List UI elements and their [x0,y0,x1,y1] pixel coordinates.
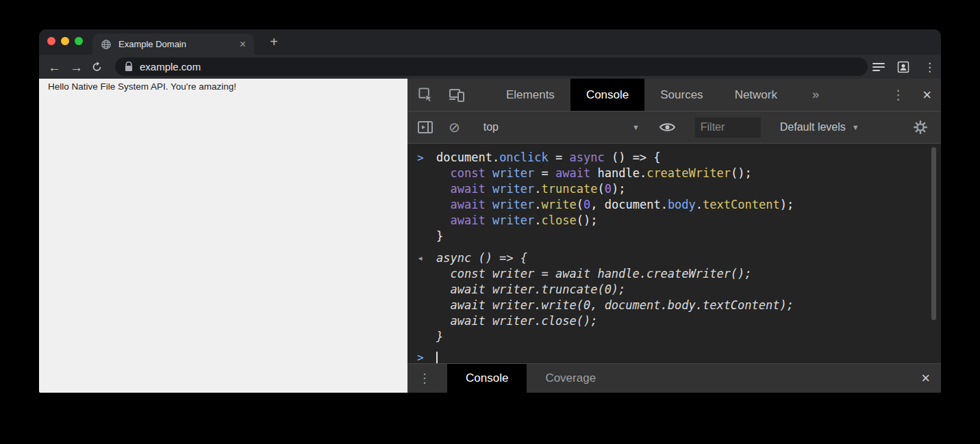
tab-title: Example Domain [118,39,234,49]
console-sidebar-icon[interactable] [417,120,434,135]
tab-elements[interactable]: Elements [490,79,570,111]
page-content: Hello Native File System API. You're ama… [39,79,407,393]
forward-button[interactable]: → [70,60,83,73]
fullscreen-window-button[interactable] [75,37,83,45]
new-tab-button[interactable]: + [265,33,283,51]
browser-window: Example Domain × + ← → example.com ⋮ Hel… [39,29,941,393]
drawer-close-icon[interactable]: × [921,371,930,386]
console-settings-gear-icon[interactable] [912,119,929,135]
context-label: top [483,121,499,133]
console-code-line: await writer.write(0, document.body.text… [436,298,794,313]
console-code-line: await writer.close(); [436,313,794,329]
browser-tab[interactable]: Example Domain × [92,34,254,55]
console-code-line: await writer.close(); [436,213,794,228]
devtools-close-icon[interactable]: × [922,88,931,103]
console-messages[interactable]: >document.onclick = async () => { const … [407,144,941,363]
devtools-tabbar: Elements Console Sources Network » ⋮ × [407,79,941,112]
close-window-button[interactable] [47,37,55,45]
device-toolbar-icon[interactable] [448,86,466,104]
console-message-body: async () => { const writer = await handl… [436,250,794,345]
tab-network[interactable]: Network [719,79,793,111]
console-code-line: const writer = await handle.createWriter… [436,166,794,181]
console-code-line: await writer.truncate(0); [436,181,794,197]
chevron-down-icon: ▼ [632,123,640,131]
text-cursor [436,352,438,363]
chevron-down-icon: ▼ [852,123,859,131]
drawer-tab-console[interactable]: Console [447,364,527,393]
tab-strip: Example Domain × + [39,29,941,55]
window-controls [47,37,83,45]
url-text: example.com [140,61,201,73]
back-button[interactable]: ← [48,60,61,73]
console-scrollbar-thumb[interactable] [931,147,936,320]
console-code-line: await writer.write(0, document.body.text… [436,197,794,213]
page-text: Hello Native File System API. You're ama… [48,81,236,92]
devtools-menu-icon[interactable]: ⋮ [892,88,905,101]
reading-list-icon[interactable] [872,62,885,73]
javascript-context-select[interactable]: top ▼ [483,121,640,133]
drawer-tab-coverage[interactable]: Coverage [527,364,614,393]
log-levels-label: Default levels [780,121,846,133]
console-code-line: const writer = await handle.createWriter… [436,266,794,282]
lock-icon [125,62,133,72]
tab-console[interactable]: Console [570,79,644,111]
console-code-line: } [436,228,794,244]
devtools-drawer: ⋮ Console Coverage × [407,363,941,393]
log-levels-select[interactable]: Default levels ▼ [780,121,859,133]
console-prompt-chevron-icon: > [417,350,436,363]
more-panels-icon[interactable]: » [812,88,818,102]
browser-menu-icon[interactable]: ⋮ [924,60,935,74]
console-result-arrow-icon: ◂ [417,250,436,345]
console-code-line: } [436,329,794,345]
drawer-menu-icon[interactable]: ⋮ [418,371,431,386]
console-message-command: >document.onclick = async () => { const … [407,150,941,244]
inspect-element-icon[interactable] [417,86,434,103]
browser-toolbar: ← → example.com ⋮ [39,55,941,79]
profile-avatar-icon[interactable] [896,60,910,74]
console-filter-input[interactable] [695,118,761,138]
console-command-chevron-icon: > [417,150,436,244]
clear-console-icon[interactable]: ⊘ [449,120,460,134]
window-content: Hello Native File System API. You're ama… [39,79,941,393]
console-message-body: document.onclick = async () => { const w… [436,150,794,244]
devtools-panel: Elements Console Sources Network » ⋮ × ⊘… [407,79,941,393]
globe-favicon-icon [101,39,112,50]
minimize-window-button[interactable] [61,37,69,45]
console-message-result: ◂async () => { const writer = await hand… [407,250,941,345]
reload-button[interactable] [91,61,103,73]
console-code-line: await writer.truncate(0); [436,282,794,298]
console-code-line: async () => { [436,250,794,266]
console-toolbar: ⊘ top ▼ Default levels ▼ [407,112,941,144]
console-code-line: document.onclick = async () => { [436,150,794,166]
tab-close-icon[interactable]: × [240,39,246,50]
tab-sources[interactable]: Sources [644,79,718,111]
address-bar[interactable]: example.com [115,57,868,76]
console-prompt[interactable]: > [407,350,941,363]
live-expression-eye-icon[interactable] [659,120,676,134]
